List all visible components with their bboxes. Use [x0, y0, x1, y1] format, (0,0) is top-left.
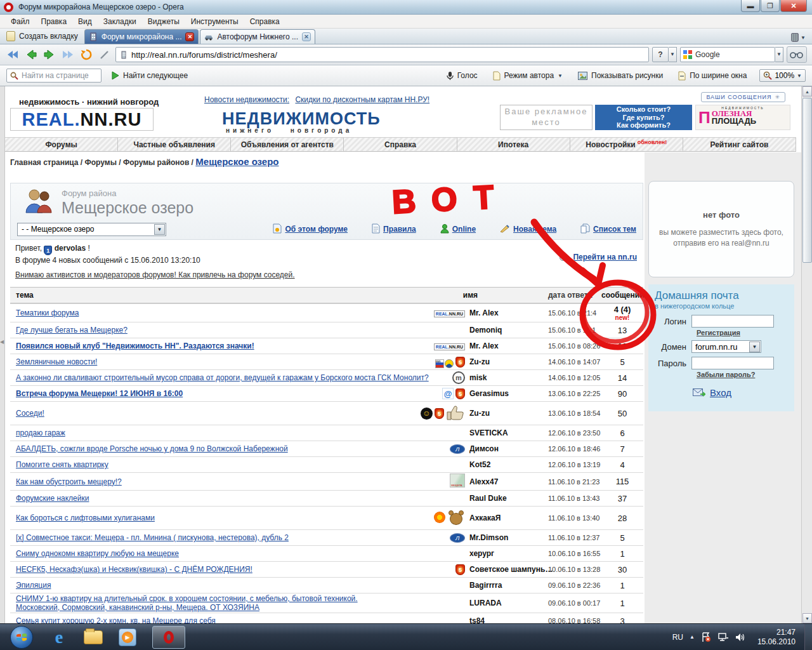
login-input[interactable]	[691, 315, 774, 328]
topic-link[interactable]: Тематики форума	[16, 308, 79, 317]
topic-link[interactable]: Семья купит хорошую 2-х комн. кв. на Мещ…	[16, 616, 216, 623]
find-on-page-input[interactable]: Найти на странице	[6, 69, 102, 83]
minimize-button[interactable]: ▬	[741, 0, 760, 12]
menu-item-Правка[interactable]: Правка	[36, 16, 73, 27]
nav-item[interactable]: Новостройкиобновлен!	[570, 138, 683, 151]
topic-link[interactable]: Как нам обустроить мещеру!?	[16, 477, 122, 486]
breadcrumb-current[interactable]: Мещерское озеро	[195, 156, 278, 167]
nav-item[interactable]: Ипотека	[457, 138, 570, 151]
topic-link[interactable]: Сниму однокомн квартиру любую на мещерке	[16, 549, 179, 558]
scrollbar-thumb[interactable]	[802, 98, 812, 263]
close-button[interactable]: ✕	[780, 0, 807, 12]
action-center-icon[interactable]	[701, 632, 711, 642]
voice-button[interactable]: Голос	[442, 69, 483, 83]
reload-icon[interactable]	[79, 48, 94, 62]
ad-poleznaya-banner[interactable]: НЕДВИЖИМОСТЬ П ОЛЕЗНАЯ ПЛОЩАДЬ	[695, 105, 790, 130]
topic-link[interactable]: А законно ли сваливают строительный мусо…	[16, 373, 429, 382]
tray-expand-icon[interactable]: ▲	[690, 634, 695, 640]
scroll-down-icon[interactable]: ▼	[802, 613, 812, 623]
forward-icon[interactable]	[42, 48, 57, 62]
menu-item-Вид[interactable]: Вид	[72, 16, 98, 27]
menu-item-Справка[interactable]: Справка	[244, 16, 285, 27]
register-link[interactable]: Регистрация	[697, 329, 740, 336]
password-input[interactable]	[691, 357, 774, 369]
forum-link-about[interactable]: Об этом форуме	[273, 223, 348, 235]
domain-select[interactable]: forum.nn.ru ▼	[691, 340, 761, 353]
scroll-up-icon[interactable]: ▲	[802, 86, 812, 96]
zoom-control[interactable]: 100% ▼	[759, 69, 806, 82]
topic-link[interactable]: НЕСFК5, Нескафэ(шка) и Несквик(квишка) -…	[16, 565, 252, 574]
nav-item[interactable]: Частные объявления	[118, 138, 231, 151]
media-player-icon[interactable]: ▶	[117, 627, 138, 648]
opera-taskbar-button[interactable]	[152, 626, 185, 649]
search-engine-input[interactable]: Google	[680, 47, 775, 62]
menu-item-Инструменты[interactable]: Инструменты	[185, 16, 244, 27]
forgot-password-link[interactable]: Забыли пароль?	[697, 371, 755, 378]
start-button[interactable]	[10, 626, 33, 649]
your-messages-button[interactable]: ваши сообщения ✳	[701, 92, 785, 102]
ad-placeholder[interactable]: Ваше рекламное место	[500, 105, 593, 130]
topic-link[interactable]: АБАЛДЕТЬ, сожгли вроде Porsche ночью у д…	[16, 444, 288, 453]
panel-toggle-icon[interactable]: ◀	[0, 339, 4, 345]
tab-autoforum[interactable]: Автофорум Нижнего ... ✕	[200, 29, 315, 44]
nav-item[interactable]: Рейтинг сайтов	[683, 138, 796, 151]
topic-link[interactable]: СНИМУ 1-ю квартиру на длительный срок. в…	[16, 594, 358, 612]
language-indicator[interactable]: RU	[672, 633, 683, 642]
breadcrumb-path[interactable]: Главная страница / Форумы / Форумы район…	[10, 158, 193, 167]
author-mode-button[interactable]: Режим автора ▼	[488, 69, 568, 83]
forum-link-online[interactable]: Online	[440, 223, 476, 235]
topic-link[interactable]: Соседи!	[16, 409, 44, 418]
login-button[interactable]: Вход	[710, 387, 731, 398]
site-logo[interactable]: REAL.NN.RU	[10, 108, 154, 131]
topic-link[interactable]: Как бороться с лифтовыми хулиганами	[16, 514, 155, 522]
forum-link-new-topic[interactable]: Новая тема	[500, 223, 556, 235]
volume-icon[interactable]	[735, 633, 746, 642]
internet-explorer-icon[interactable]: e	[48, 627, 70, 648]
page-scrollbar[interactable]: ▲ ▼	[801, 86, 812, 623]
nav-item[interactable]: Справка	[344, 138, 457, 151]
topic-link[interactable]: Помогите снять квартирку	[16, 460, 108, 469]
chevron-down-icon[interactable]: ▼	[154, 224, 165, 235]
chevron-down-icon[interactable]: ▼	[775, 47, 783, 62]
menu-item-Виджеты[interactable]: Виджеты	[142, 16, 185, 27]
topic-link[interactable]: Эпиляция	[16, 581, 51, 590]
news-discount-link[interactable]: Скидки по дисконтным картам НН.РУ!	[295, 95, 429, 104]
back-icon[interactable]	[23, 48, 39, 62]
forum-select[interactable]: - - Мещерское озеро ▼	[17, 223, 166, 236]
fast-forward-icon[interactable]	[60, 48, 75, 62]
pencil-icon[interactable]	[97, 48, 112, 62]
chevron-down-icon[interactable]: ▼	[797, 73, 802, 79]
forum-link-topic-list[interactable]: Список тем	[580, 223, 636, 235]
topic-link[interactable]: Встреча форума Мещерки! 12 ИЮНЯ в 16:00	[16, 389, 183, 398]
ad-blue-banner[interactable]: Сколько стоит? Где купить? Как оформить?	[595, 105, 692, 130]
menu-item-Файл[interactable]: Файл	[5, 16, 36, 27]
chevron-down-icon[interactable]: ▼	[749, 342, 760, 352]
topic-link[interactable]: Появился новый клуб "Недвижимость НН". Р…	[16, 342, 254, 350]
topic-link[interactable]: продаю гараж	[16, 428, 65, 437]
nav-item[interactable]: Объявления от агентств	[231, 138, 344, 151]
fit-width-button[interactable]: По ширине окна	[673, 69, 752, 83]
topic-link[interactable]: Где лучше бегать на Мещерке?	[16, 326, 128, 335]
notice-link[interactable]: Внимаю активистов и модераторов форумов!…	[15, 270, 295, 279]
forum-link-rules[interactable]: Правила	[372, 223, 416, 235]
tab-forum[interactable]: Форум микрорайона ... ✕	[84, 29, 199, 44]
tab-close-icon[interactable]: ✕	[185, 32, 194, 41]
news-label-link[interactable]: Новости недвижимости:	[204, 95, 289, 104]
goto-nnru-link[interactable]: Перейти на nn.ru	[560, 252, 637, 263]
file-explorer-icon[interactable]	[82, 627, 104, 648]
topic-link[interactable]: Форумские наклейки	[16, 494, 89, 503]
url-input[interactable]: http://real.nn.ru/forums/district/mesher…	[115, 47, 649, 62]
help-button[interactable]: ?	[652, 47, 669, 62]
closed-tabs-button[interactable]: ▼	[791, 33, 806, 42]
glasses-icon[interactable]	[787, 46, 807, 63]
rewind-icon[interactable]	[5, 48, 20, 62]
taskbar-clock[interactable]: 21:47 15.06.2010	[752, 628, 801, 647]
panel-toggle-strip[interactable]: ◀	[0, 86, 5, 623]
topic-link[interactable]: Земляничные новости!	[16, 357, 97, 366]
nav-item[interactable]: Форумы	[5, 138, 118, 151]
menu-item-Закладки[interactable]: Закладки	[98, 16, 142, 27]
find-next-button[interactable]: Найти следующее	[107, 69, 193, 82]
tab-close-icon[interactable]: ✕	[302, 32, 311, 41]
topic-link[interactable]: [x] Совместное такси: Мещера - пл. Минин…	[16, 533, 289, 542]
restore-button[interactable]: ❐	[761, 0, 780, 12]
